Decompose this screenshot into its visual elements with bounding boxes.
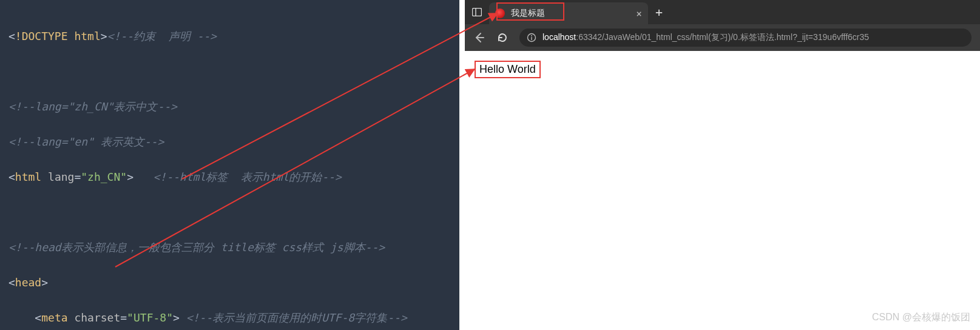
page-text: Hello World [479,63,536,75]
head-open-tag: head [15,276,41,289]
page-content: Hello World [465,51,980,330]
svg-point-4 [531,35,532,36]
url-host: localhost [542,32,576,42]
watermark: CSDN @会核爆的饭团 [872,311,970,324]
svg-rect-5 [531,37,532,40]
arrow-left-icon [473,32,485,44]
comment: <!--lang="zh_CN"表示中文--> [8,100,177,113]
info-icon [527,33,536,42]
close-tab-button[interactable]: × [636,8,642,19]
html-open-tag: html [15,170,41,183]
tab-bar: 我是标题 × + [465,0,980,24]
refresh-button[interactable] [496,32,509,44]
address-toolbar: localhost:63342/JavaWeb/01_html_css/html… [465,24,980,51]
refresh-icon [496,32,509,44]
panel-icon [472,8,482,16]
comment: <!--head表示头部信息，一般包含三部分 title标签 css样式 js脚… [8,241,385,254]
comment: <!--约束 声明 --> [107,30,217,42]
code-editor: <!DOCTYPE html><!--约束 声明 --> <!--lang="z… [0,0,459,330]
back-button[interactable] [473,32,485,44]
url-path: :63342/JavaWeb/01_html_css/html(复习)/0.标签… [576,32,869,42]
comment: <!--表示当前页面使用的时UTF-8字符集--> [186,311,407,324]
new-tab-button[interactable]: + [648,0,670,24]
doctype-tag: !DOCTYPE html [15,30,101,42]
browser-window: 我是标题 × + localhost:63342/JavaWeb/01_html… [465,0,980,330]
address-bar[interactable]: localhost:63342/JavaWeb/01_html_css/html… [519,29,972,47]
comment: <!--html标签 表示html的开始--> [153,170,341,183]
tab-title-highlight [496,2,564,21]
tab-panel-button[interactable] [465,0,489,24]
meta-tag: meta [41,311,67,324]
svg-rect-0 [473,8,482,16]
comment: <!--lang="en" 表示英文--> [8,135,164,148]
page-text-highlight: Hello World [475,61,541,78]
